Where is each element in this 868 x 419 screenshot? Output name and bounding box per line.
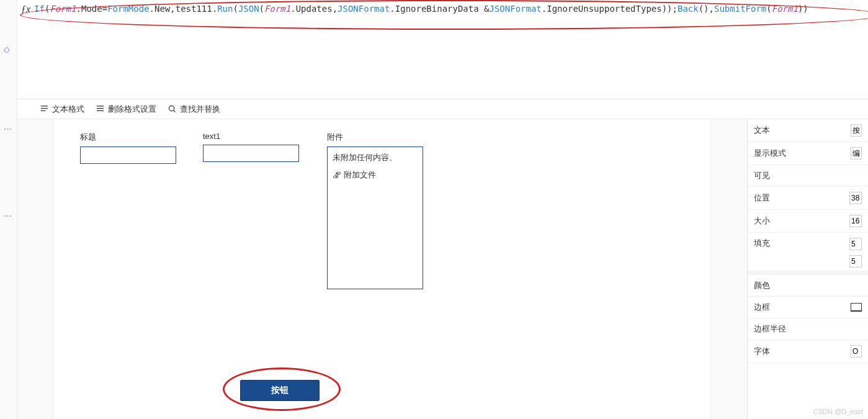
field-attachment-label: 附件	[327, 132, 423, 143]
field-title-input[interactable]	[80, 146, 176, 164]
more-icon[interactable]: ⋯	[4, 211, 12, 220]
attach-file-label: 附加文件	[344, 169, 376, 181]
prop-display-mode[interactable]: 显示模式	[748, 142, 868, 165]
prop-padding-bottom[interactable]	[849, 255, 862, 268]
prop-position-label: 位置	[754, 192, 770, 204]
find-replace-button[interactable]: 查找并替换	[168, 104, 220, 115]
watermark: CSDN @D_east	[813, 408, 863, 415]
text-format-label: 文本格式	[52, 104, 84, 115]
remove-format-icon	[96, 104, 105, 114]
prop-text-label: 文本	[754, 125, 770, 136]
formula-content[interactable]: If(Form1.Mode=FormMode.New,test111.Run(J…	[34, 2, 864, 14]
prop-border-radius-label: 边框半径	[754, 323, 786, 335]
prop-padding[interactable]: 填充	[748, 233, 868, 271]
prop-border-label: 边框	[754, 302, 770, 313]
fx-icon: ƒx	[21, 4, 30, 15]
prop-font[interactable]: 字体	[748, 340, 868, 363]
format-toolbar: 文本格式 删除格式设置 查找并替换	[17, 99, 868, 119]
find-replace-label: 查找并替换	[180, 104, 220, 115]
prop-color-label: 颜色	[754, 280, 770, 291]
prop-color[interactable]: 颜色	[748, 271, 868, 297]
prop-position[interactable]: 位置	[748, 187, 868, 210]
prop-size[interactable]: 大小	[748, 210, 868, 233]
prop-padding-label: 填充	[754, 238, 770, 249]
prop-font-label: 字体	[754, 346, 770, 357]
diamond-icon: ◇	[4, 45, 10, 54]
attach-file-button[interactable]: 🖇 附加文件	[333, 169, 418, 181]
field-title: 标题	[80, 132, 176, 164]
attachment-box[interactable]: 未附加任何内容。 🖇 附加文件	[327, 146, 423, 289]
prop-font-value[interactable]	[851, 345, 862, 358]
field-text1-label: text1	[203, 132, 299, 141]
attachment-empty-text: 未附加任何内容。	[333, 152, 418, 163]
properties-panel: 文本 显示模式 可见 位置 大小 填充 颜色 边框	[747, 119, 868, 419]
prop-border-radius[interactable]: 边框半径	[748, 318, 868, 340]
formula-bar[interactable]: ƒx If(Form1.Mode=FormMode.New,test111.Ru…	[17, 0, 868, 99]
field-text1: text1	[203, 132, 299, 162]
prop-size-value[interactable]	[849, 215, 862, 227]
canvas-area[interactable]: 标题 text1 附件 未附加任何内容。 🖇 附加文件 按钮	[17, 119, 747, 419]
remove-format-label: 删除格式设置	[108, 104, 156, 115]
search-icon	[168, 104, 177, 114]
prop-position-value[interactable]	[849, 192, 862, 204]
field-title-label: 标题	[80, 132, 176, 143]
paperclip-icon: 🖇	[333, 170, 341, 180]
prop-padding-top[interactable]	[849, 238, 862, 250]
border-swatch[interactable]	[851, 303, 862, 312]
text-format-icon	[40, 104, 49, 114]
prop-display-mode-label: 显示模式	[754, 148, 786, 159]
prop-text-value[interactable]	[851, 124, 862, 137]
prop-visible[interactable]: 可见	[748, 165, 868, 187]
prop-border[interactable]: 边框	[748, 297, 868, 318]
prop-size-label: 大小	[754, 215, 770, 227]
prop-display-mode-value[interactable]	[851, 147, 862, 160]
form-canvas: 标题 text1 附件 未附加任何内容。 🖇 附加文件 按钮	[53, 119, 711, 419]
field-text1-input[interactable]	[203, 145, 299, 162]
left-gutter: ◇ ⋯ ⋯	[0, 0, 17, 419]
field-attachment: 附件 未附加任何内容。 🖇 附加文件	[327, 132, 423, 289]
more-icon[interactable]: ⋯	[4, 124, 12, 133]
submit-button[interactable]: 按钮	[240, 380, 320, 401]
prop-text[interactable]: 文本	[748, 119, 868, 142]
svg-point-0	[169, 106, 174, 110]
remove-format-button[interactable]: 删除格式设置	[96, 104, 156, 115]
text-format-button[interactable]: 文本格式	[40, 104, 84, 115]
prop-visible-label: 可见	[754, 170, 770, 181]
